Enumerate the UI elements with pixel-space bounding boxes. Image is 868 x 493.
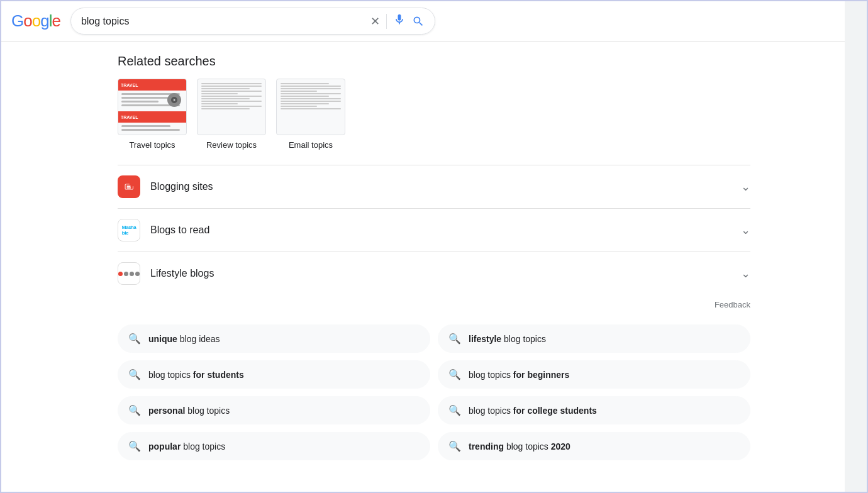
accordion-blogs-to-read[interactable]: Mashable Blogs to read ⌄ xyxy=(118,209,750,252)
suggestion-blog-topics-college-text: blog topics for college students xyxy=(469,406,597,416)
lifestyle-icon xyxy=(118,262,140,285)
chevron-lifestyle-blogs: ⌄ xyxy=(741,267,750,280)
header: Google ✕ xyxy=(1,1,867,42)
accordion-lifestyle-blogs-label: Lifestyle blogs xyxy=(150,268,741,279)
accordion-blogging-sites-label: Blogging sites xyxy=(150,181,741,192)
accordion-blogs-to-read-label: Blogs to read xyxy=(150,224,741,236)
chevron-blogs-to-read: ⌄ xyxy=(741,223,750,237)
suggestion-popular-blog-topics-text: popular blog topics xyxy=(148,441,225,451)
suggestion-blog-topics-college[interactable]: 🔍 blog topics for college students xyxy=(438,396,750,424)
blogger-icon xyxy=(118,175,140,198)
related-searches-title: Related searches xyxy=(118,54,750,69)
feedback-link[interactable]: Feedback xyxy=(118,295,750,319)
thumbnail-email-img xyxy=(276,79,345,135)
thumbnail-email[interactable]: Email topics xyxy=(276,79,345,150)
accordion-section: Blogging sites ⌄ Mashable Blogs to read … xyxy=(118,165,750,295)
suggestion-personal-blog-topics[interactable]: 🔍 personal blog topics xyxy=(118,396,430,424)
mic-icon[interactable] xyxy=(393,13,406,29)
related-thumbnails: TRAVEL TRAVEL xyxy=(118,79,750,150)
suggestion-blog-topics-beginners-text: blog topics for beginners xyxy=(469,370,569,380)
suggestion-unique-blog-ideas-text: unique blog ideas xyxy=(148,334,220,344)
suggestion-blog-topics-students[interactable]: 🔍 blog topics for students xyxy=(118,360,430,389)
suggestion-personal-blog-topics-text: personal blog topics xyxy=(148,406,230,416)
divider xyxy=(386,14,387,29)
search-input[interactable] xyxy=(81,16,364,27)
pill-search-icon-5: 🔍 xyxy=(128,404,141,416)
clear-icon[interactable]: ✕ xyxy=(370,14,380,28)
search-button[interactable] xyxy=(412,15,425,28)
suggestion-popular-blog-topics[interactable]: 🔍 popular blog topics xyxy=(118,432,430,460)
thumbnail-travel[interactable]: TRAVEL TRAVEL xyxy=(118,79,187,150)
thumb-overlay-icon xyxy=(167,93,181,107)
pill-search-icon-2: 🔍 xyxy=(448,333,461,345)
suggestion-trending-blog-topics[interactable]: 🔍 trending blog topics 2020 xyxy=(438,432,750,460)
pill-search-icon-3: 🔍 xyxy=(128,368,141,380)
pill-search-icon-8: 🔍 xyxy=(448,440,461,452)
pill-search-icon-7: 🔍 xyxy=(128,440,141,452)
thumbnail-travel-img: TRAVEL TRAVEL xyxy=(118,79,187,135)
suggestion-trending-blog-topics-text: trending blog topics 2020 xyxy=(469,441,570,451)
suggestion-unique-blog-ideas[interactable]: 🔍 unique blog ideas xyxy=(118,324,430,353)
thumbnail-email-label: Email topics xyxy=(289,140,333,150)
suggestion-lifestyle-blog-topics-text: lifestyle blog topics xyxy=(469,334,546,344)
thumbnail-travel-label: Travel topics xyxy=(129,140,175,150)
pill-search-icon: 🔍 xyxy=(128,333,141,345)
right-panel xyxy=(845,1,867,492)
suggestions-grid: 🔍 unique blog ideas 🔍 lifestyle blog top… xyxy=(118,324,750,460)
pill-search-icon-6: 🔍 xyxy=(448,404,461,416)
mashable-icon: Mashable xyxy=(118,219,140,241)
browser-frame: Google ✕ Related searches xyxy=(0,0,868,493)
pill-search-icon-4: 🔍 xyxy=(448,368,461,380)
thumbnail-review-label: Review topics xyxy=(206,140,257,150)
chevron-blogging-sites: ⌄ xyxy=(741,180,750,194)
thumbnail-review-img xyxy=(197,79,266,135)
search-bar: ✕ xyxy=(70,8,435,35)
main-content: Related searches TRAVEL TRAVEL xyxy=(1,42,867,473)
accordion-blogging-sites[interactable]: Blogging sites ⌄ xyxy=(118,165,750,209)
suggestion-blog-topics-beginners[interactable]: 🔍 blog topics for beginners xyxy=(438,360,750,389)
accordion-lifestyle-blogs[interactable]: Lifestyle blogs ⌄ xyxy=(118,252,750,295)
thumbnail-review[interactable]: Review topics xyxy=(197,79,266,150)
related-searches-section: Related searches TRAVEL TRAVEL xyxy=(118,54,750,150)
suggestion-blog-topics-students-text: blog topics for students xyxy=(148,370,244,380)
suggestion-lifestyle-blog-topics[interactable]: 🔍 lifestyle blog topics xyxy=(438,324,750,353)
google-logo[interactable]: Google xyxy=(11,11,60,31)
